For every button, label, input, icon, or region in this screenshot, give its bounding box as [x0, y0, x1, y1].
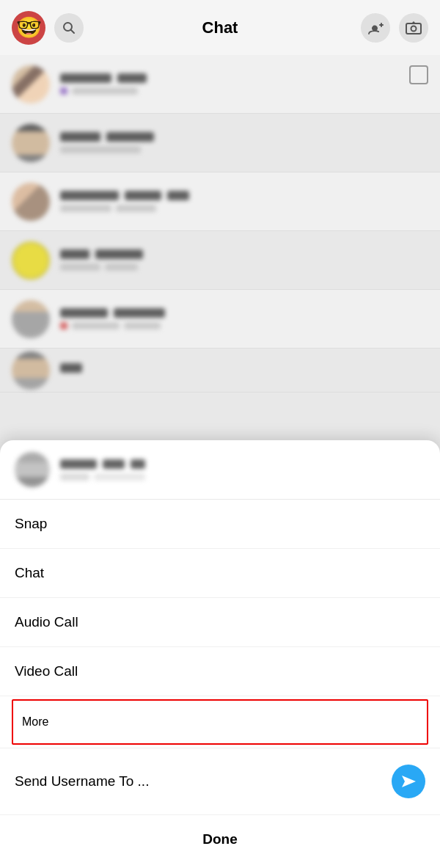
search-button[interactable]: [54, 13, 84, 43]
selected-contact-row: [0, 440, 440, 500]
done-button[interactable]: Done: [0, 815, 440, 864]
selected-contact-preview: [60, 473, 425, 481]
contact-preview: [60, 205, 428, 212]
menu-item-audio-call[interactable]: Audio Call: [0, 598, 440, 647]
menu-item-more-wrapper: More: [0, 696, 440, 748]
chat-list-item[interactable]: [0, 114, 440, 172]
selected-contact-info: [60, 459, 425, 481]
send-username-label: Send Username To ...: [15, 773, 149, 789]
send-icon: [400, 775, 417, 788]
add-friend-button[interactable]: [361, 13, 390, 43]
menu-item-chat[interactable]: Chat: [0, 549, 440, 598]
header-right: [361, 13, 428, 43]
svg-rect-4: [406, 23, 421, 34]
menu-item-more[interactable]: More: [12, 699, 428, 745]
contact-info: [60, 249, 428, 271]
contact-avatar: [12, 300, 50, 338]
selected-contact-name: [60, 459, 425, 469]
page-title: Chat: [202, 18, 238, 37]
menu-item-video-call[interactable]: Video Call: [0, 647, 440, 696]
menu-item-more-label: More: [22, 715, 48, 728]
contact-name: [60, 132, 428, 142]
contact-name: [60, 308, 428, 318]
contact-name: [60, 191, 428, 200]
done-label: Done: [202, 831, 238, 847]
app-header: 🤓 Chat: [0, 0, 440, 55]
contact-name: [60, 73, 428, 83]
selected-contact-avatar: [15, 452, 50, 487]
menu-item-chat-label: Chat: [15, 565, 44, 580]
svg-marker-5: [411, 21, 416, 23]
contact-avatar: [12, 65, 50, 103]
contact-preview: [60, 322, 428, 329]
chat-action-icon: [409, 65, 428, 84]
user-avatar[interactable]: 🤓: [12, 11, 45, 45]
send-username-button[interactable]: [392, 765, 425, 798]
header-left: 🤓: [12, 11, 84, 45]
chat-list-item[interactable]: [0, 349, 440, 393]
contact-info: [60, 363, 428, 377]
svg-marker-7: [402, 776, 416, 787]
contact-info: [60, 73, 428, 95]
contact-info: [60, 132, 428, 153]
svg-point-6: [411, 26, 417, 31]
menu-item-snap-label: Snap: [15, 516, 47, 531]
search-icon: [62, 21, 76, 35]
chat-list-item[interactable]: [0, 55, 440, 114]
send-username-row[interactable]: Send Username To ...: [0, 748, 440, 815]
menu-item-audio-call-label: Audio Call: [15, 614, 78, 630]
chat-list: [0, 55, 440, 466]
contact-info: [60, 308, 428, 329]
contact-preview: [60, 87, 428, 95]
avatar-emoji: 🤓: [16, 18, 42, 38]
contact-avatar: [12, 351, 50, 390]
contact-name: [60, 249, 428, 259]
chat-list-item[interactable]: [0, 290, 440, 349]
contact-name: [60, 363, 428, 373]
contact-info: [60, 191, 428, 212]
camera-button[interactable]: [399, 13, 428, 43]
svg-line-1: [71, 29, 75, 33]
chat-list-item[interactable]: [0, 172, 440, 231]
contact-avatar: [12, 183, 50, 221]
contact-avatar: [12, 124, 50, 162]
menu-item-snap[interactable]: Snap: [0, 500, 440, 549]
contact-preview: [60, 146, 428, 153]
chat-list-item[interactable]: [0, 231, 440, 290]
contact-preview: [60, 263, 428, 271]
action-sheet: Snap Chat Audio Call Video Call More Sen…: [0, 440, 440, 868]
contact-avatar: [12, 241, 50, 280]
add-friend-icon: [367, 21, 384, 35]
camera-icon: [406, 21, 422, 34]
menu-item-video-call-label: Video Call: [15, 663, 78, 679]
